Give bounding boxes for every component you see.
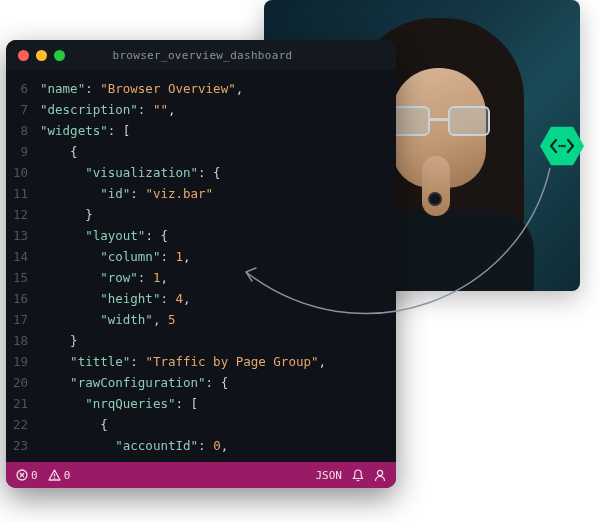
code-line[interactable]: 11 "id": "viz.bar" — [6, 183, 396, 204]
error-icon — [16, 469, 28, 481]
code-line[interactable]: 17 "width", 5 — [6, 309, 396, 330]
warnings-count: 0 — [64, 469, 71, 482]
code-share-icon — [550, 138, 574, 154]
code-line[interactable]: 23 "accountId": 0, — [6, 435, 396, 456]
line-content: "rawConfiguration": { — [40, 372, 228, 393]
svg-point-0 — [558, 145, 560, 147]
warning-icon — [48, 469, 61, 481]
line-content: "column": 1, — [40, 246, 191, 267]
line-content: "name": "Browser Overview", — [40, 78, 243, 99]
line-content: } — [40, 204, 93, 225]
user-icon[interactable] — [374, 469, 386, 482]
code-line[interactable]: 9 { — [6, 141, 396, 162]
line-number: 20 — [6, 372, 40, 393]
line-number: 6 — [6, 78, 40, 99]
code-line[interactable]: 21 "nrqQueries": [ — [6, 393, 396, 414]
line-content: "layout": { — [40, 225, 168, 246]
code-line[interactable]: 20 "rawConfiguration": { — [6, 372, 396, 393]
bell-icon[interactable] — [352, 469, 364, 482]
line-number: 8 — [6, 120, 40, 141]
line-number: 9 — [6, 141, 40, 162]
code-line[interactable]: 22 { — [6, 414, 396, 435]
line-number: 18 — [6, 330, 40, 351]
svg-point-1 — [561, 145, 563, 147]
code-line[interactable]: 19 "tittle": "Traffic by Page Group", — [6, 351, 396, 372]
warnings-indicator[interactable]: 0 — [48, 469, 71, 482]
line-number: 7 — [6, 99, 40, 120]
code-line[interactable]: 13 "layout": { — [6, 225, 396, 246]
maximize-window-button[interactable] — [54, 50, 65, 61]
code-share-badge[interactable] — [538, 122, 586, 170]
code-body[interactable]: 6"name": "Browser Overview",7"descriptio… — [6, 70, 396, 462]
code-line[interactable]: 7"description": "", — [6, 99, 396, 120]
line-content: "width", 5 — [40, 309, 176, 330]
errors-indicator[interactable]: 0 — [16, 469, 38, 482]
code-line[interactable]: 16 "height": 4, — [6, 288, 396, 309]
editor-titlebar: browser_overview_dashboard — [6, 40, 396, 70]
code-line[interactable]: 15 "row": 1, — [6, 267, 396, 288]
line-content: "id": "viz.bar" — [40, 183, 213, 204]
line-number: 11 — [6, 183, 40, 204]
errors-count: 0 — [31, 469, 38, 482]
editor-filename: browser_overview_dashboard — [65, 49, 340, 62]
line-number: 12 — [6, 204, 40, 225]
line-number: 21 — [6, 393, 40, 414]
close-window-button[interactable] — [18, 50, 29, 61]
line-number: 16 — [6, 288, 40, 309]
code-line[interactable]: 12 } — [6, 204, 396, 225]
line-content: } — [40, 330, 78, 351]
code-line[interactable]: 14 "column": 1, — [6, 246, 396, 267]
line-content: { — [40, 141, 78, 162]
line-content: "tittle": "Traffic by Page Group", — [40, 351, 326, 372]
line-number: 22 — [6, 414, 40, 435]
line-content: "widgets": [ — [40, 120, 130, 141]
line-number: 17 — [6, 309, 40, 330]
code-line[interactable]: 18 } — [6, 330, 396, 351]
editor-statusbar: 0 0 JSON — [6, 462, 396, 488]
line-number: 14 — [6, 246, 40, 267]
line-number: 23 — [6, 435, 40, 456]
line-number: 15 — [6, 267, 40, 288]
code-editor-window: browser_overview_dashboard 6"name": "Bro… — [6, 40, 396, 488]
line-number: 13 — [6, 225, 40, 246]
code-line[interactable]: 8"widgets": [ — [6, 120, 396, 141]
code-line[interactable]: 10 "visualization": { — [6, 162, 396, 183]
minimize-window-button[interactable] — [36, 50, 47, 61]
language-mode[interactable]: JSON — [316, 469, 343, 482]
line-content: "nrqQueries": [ — [40, 393, 198, 414]
line-number: 19 — [6, 351, 40, 372]
line-content: { — [40, 414, 108, 435]
line-content: "height": 4, — [40, 288, 191, 309]
svg-point-2 — [563, 145, 565, 147]
line-number: 10 — [6, 162, 40, 183]
line-content: "row": 1, — [40, 267, 168, 288]
line-content: "visualization": { — [40, 162, 221, 183]
svg-point-5 — [53, 477, 55, 479]
line-content: "accountId": 0, — [40, 435, 228, 456]
code-line[interactable]: 6"name": "Browser Overview", — [6, 78, 396, 99]
window-controls — [18, 50, 65, 61]
svg-point-6 — [377, 470, 382, 475]
line-content: "description": "", — [40, 99, 176, 120]
